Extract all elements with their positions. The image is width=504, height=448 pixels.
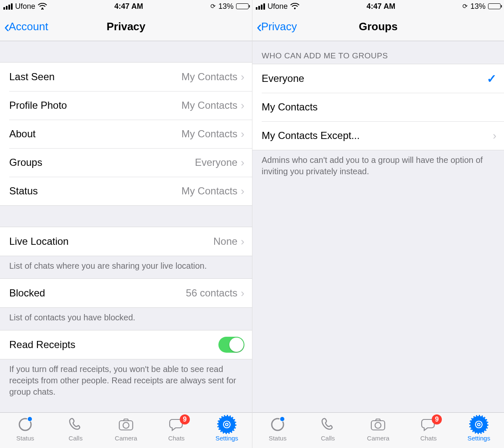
- settings-icon: [470, 416, 487, 433]
- status-dot-icon: [28, 417, 32, 421]
- content-scroll[interactable]: WHO CAN ADD ME TO GROUPS Everyone ✓ My C…: [252, 41, 504, 412]
- status-bar: Ufone 4:47 AM ⟳ 13%: [0, 0, 252, 13]
- carrier-label: Ufone: [268, 2, 288, 11]
- status-dot-icon: [280, 417, 284, 421]
- read-receipts-footer: If you turn off read receipts, you won't…: [0, 359, 252, 404]
- row-live-location[interactable]: Live Location None ›: [0, 227, 252, 256]
- svg-point-5: [226, 423, 228, 426]
- live-location-group: Live Location None ›: [0, 227, 252, 256]
- tab-label: Chats: [420, 435, 437, 442]
- blocked-group: Blocked 56 contacts ›: [0, 278, 252, 308]
- settings-icon: [218, 416, 235, 433]
- read-receipts-toggle[interactable]: [218, 337, 244, 353]
- tab-settings[interactable]: Settings: [458, 416, 500, 442]
- tab-chats[interactable]: 9 Chats: [155, 416, 197, 442]
- tab-label: Calls: [68, 435, 82, 442]
- privacy-group: Last Seen My Contacts › Profile Photo My…: [0, 62, 252, 206]
- chevron-right-icon: ›: [241, 71, 244, 84]
- row-value: None: [213, 236, 237, 247]
- row-value: 56 contacts: [186, 287, 238, 299]
- option-my-contacts-except[interactable]: My Contacts Except... ›: [252, 121, 504, 150]
- svg-point-6: [294, 8, 296, 9]
- row-label: About: [9, 128, 181, 140]
- carrier-label: Ufone: [15, 2, 35, 11]
- nav-bar: ‹ Privacy Groups: [252, 13, 504, 41]
- row-value: My Contacts: [181, 100, 237, 111]
- row-label: Read Receipts: [9, 339, 218, 351]
- row-value: My Contacts: [181, 128, 237, 140]
- row-status[interactable]: Status My Contacts ›: [0, 177, 252, 205]
- svg-point-0: [42, 8, 43, 9]
- tab-camera[interactable]: Camera: [357, 416, 399, 442]
- status-icon: [17, 416, 34, 433]
- signal-icon: [3, 3, 13, 10]
- chevron-right-icon: ›: [241, 287, 244, 300]
- read-receipts-group: Read Receipts: [0, 330, 252, 359]
- battery-percent: 13%: [218, 2, 234, 11]
- chevron-right-icon: ›: [241, 235, 244, 248]
- svg-point-10: [475, 421, 482, 428]
- wifi-icon: [290, 3, 299, 10]
- status-time: 4:47 AM: [114, 2, 143, 11]
- svg-point-9: [375, 422, 381, 428]
- wifi-icon: [38, 3, 47, 10]
- row-value: Everyone: [195, 157, 237, 168]
- tab-calls[interactable]: Calls: [307, 416, 349, 442]
- row-label: Groups: [9, 157, 195, 168]
- status-time: 4:47 AM: [367, 2, 395, 11]
- battery-percent: 13%: [470, 2, 486, 11]
- chevron-right-icon: ›: [241, 156, 244, 169]
- orientation-lock-icon: ⟳: [210, 3, 216, 10]
- option-everyone[interactable]: Everyone ✓: [252, 64, 504, 93]
- tab-label: Settings: [467, 435, 490, 442]
- tab-calls[interactable]: Calls: [55, 416, 97, 442]
- page-title: Groups: [252, 20, 504, 33]
- status-icon: [269, 416, 286, 433]
- section-header: WHO CAN ADD ME TO GROUPS: [252, 41, 504, 64]
- row-last-seen[interactable]: Last Seen My Contacts ›: [0, 63, 252, 91]
- row-profile-photo[interactable]: Profile Photo My Contacts ›: [0, 91, 252, 120]
- row-label: Everyone: [262, 73, 487, 84]
- row-label: Profile Photo: [9, 100, 181, 111]
- live-location-footer: List of chats where you are sharing your…: [0, 256, 252, 278]
- phone-icon: [320, 416, 336, 433]
- tab-label: Status: [16, 435, 34, 442]
- row-label: My Contacts Except...: [262, 130, 493, 141]
- row-read-receipts[interactable]: Read Receipts: [0, 330, 252, 359]
- row-value: My Contacts: [181, 185, 237, 197]
- row-about[interactable]: About My Contacts ›: [0, 120, 252, 148]
- tab-settings[interactable]: Settings: [206, 416, 248, 442]
- row-label: Blocked: [9, 287, 186, 299]
- tab-camera[interactable]: Camera: [105, 416, 147, 442]
- signal-icon: [256, 3, 265, 10]
- option-my-contacts[interactable]: My Contacts: [252, 93, 504, 121]
- svg-point-4: [223, 421, 230, 428]
- nav-bar: ‹ Account Privacy: [0, 13, 252, 41]
- tab-label: Calls: [321, 435, 335, 442]
- content-scroll[interactable]: Last Seen My Contacts › Profile Photo My…: [0, 41, 252, 412]
- row-label: Status: [9, 185, 181, 197]
- tab-status[interactable]: Status: [257, 416, 299, 442]
- chevron-right-icon: ›: [241, 99, 244, 112]
- row-groups[interactable]: Groups Everyone ›: [0, 148, 252, 177]
- tab-label: Settings: [215, 435, 238, 442]
- tab-label: Chats: [168, 435, 184, 442]
- tab-status[interactable]: Status: [4, 416, 46, 442]
- screen-groups: Ufone 4:47 AM ⟳ 13% ‹ Privacy Groups WHO…: [252, 0, 504, 448]
- tab-bar: Status Calls Camera 9 Chats: [252, 412, 504, 448]
- orientation-lock-icon: ⟳: [462, 3, 468, 10]
- camera-icon: [118, 416, 134, 433]
- group-options: Everyone ✓ My Contacts My Contacts Excep…: [252, 64, 504, 150]
- tab-label: Camera: [367, 435, 389, 442]
- row-blocked[interactable]: Blocked 56 contacts ›: [0, 279, 252, 307]
- battery-icon: [236, 3, 249, 9]
- page-title: Privacy: [0, 20, 252, 33]
- battery-icon: [488, 3, 501, 9]
- chevron-right-icon: ›: [241, 185, 244, 198]
- chevron-right-icon: ›: [493, 129, 496, 142]
- blocked-footer: List of contacts you have blocked.: [0, 308, 252, 330]
- svg-point-3: [123, 422, 129, 428]
- screen-privacy: Ufone 4:47 AM ⟳ 13% ‹ Account Privacy La…: [0, 0, 252, 448]
- tab-chats[interactable]: 9 Chats: [407, 416, 449, 442]
- row-label: Last Seen: [9, 71, 181, 83]
